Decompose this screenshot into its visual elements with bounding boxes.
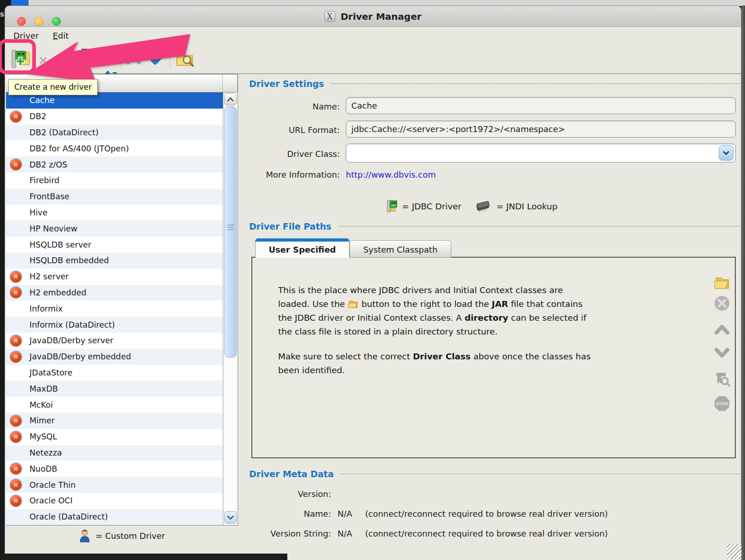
folder-search-icon (175, 49, 195, 69)
section-title: Driver File Paths (249, 221, 332, 231)
jndi-lookup-icon (474, 200, 492, 212)
meta-name-value: N/A (338, 509, 352, 519)
list-item[interactable]: Hive (6, 205, 223, 221)
url-format-field[interactable]: jdbc:Cache://<server>:<port1972>/<namesp… (346, 121, 736, 138)
list-item[interactable]: MaxDB (6, 381, 223, 397)
list-item[interactable]: ✕MySQL (6, 429, 223, 445)
version-string-value: N/A (338, 529, 352, 538)
list-item[interactable]: ✕Oracle OCI (6, 493, 223, 509)
move-up-button[interactable] (125, 52, 142, 67)
scrollbar-grip (227, 225, 234, 231)
more-information-label: More Information: (249, 170, 340, 179)
driver-name: NuoDB (29, 464, 57, 473)
driver-name: DB2 (DataDirect) (29, 128, 99, 137)
list-item[interactable]: Firebird (6, 173, 223, 189)
tab-system-classpath[interactable]: System Classpath (349, 240, 451, 258)
move-path-down-button[interactable] (714, 345, 730, 361)
custom-driver-legend: = Custom Driver (6, 526, 238, 545)
move-path-up-button[interactable] (714, 321, 730, 338)
scrollbar-thumb[interactable] (224, 106, 237, 358)
list-item[interactable]: FrontBase (6, 189, 223, 205)
list-item[interactable]: Oracle (DataDirect) (6, 509, 223, 525)
tab-user-specified[interactable]: User Specified (255, 238, 349, 258)
svg-text:STOP: STOP (716, 402, 728, 406)
driver-name: DB2 (29, 112, 47, 121)
list-item[interactable]: ✕DB2 (6, 109, 223, 125)
driver-name: H2 embedded (29, 288, 87, 297)
background-bottom-strip (0, 554, 287, 560)
remove-driver-button[interactable]: ✕ (35, 53, 51, 69)
remove-path-button[interactable] (714, 295, 730, 312)
error-icon: ✕ (10, 271, 25, 283)
list-item[interactable]: ✕JavaDB/Derby server (6, 333, 223, 349)
driver-meta-section-header: Driver Meta Data (249, 469, 740, 479)
driver-name: DB2 z/OS (29, 160, 67, 169)
list-item[interactable]: HSQLDB embedded (6, 253, 223, 269)
window-resize-grip[interactable] (727, 544, 742, 559)
error-icon: ✕ (10, 462, 25, 475)
error-icon: ✕ (10, 158, 25, 171)
version-string-label: Version String: (240, 529, 331, 538)
list-item[interactable]: DB2 (DataDirect) (6, 125, 223, 141)
error-icon: ✕ (10, 431, 25, 443)
toolbar: ✕ Z Z A (5, 44, 741, 74)
instructions-text: This is the place where JDBC drivers and… (278, 283, 683, 388)
window-title: Driver Manager (341, 11, 422, 22)
menu-edit[interactable]: Edit (52, 31, 69, 40)
error-icon: ✕ (10, 286, 25, 299)
find-driver-files-button[interactable] (175, 48, 196, 69)
driver-name: HSQLDB embedded (29, 256, 109, 265)
driver-class-combobox[interactable] (346, 144, 736, 162)
list-item[interactable]: McKoi (6, 397, 223, 413)
driver-name: H2 server (29, 272, 69, 281)
driver-class-label: Driver Class: (249, 149, 340, 159)
annotation-highlight-box (0, 39, 36, 74)
open-folder-icon (714, 275, 730, 290)
driver-name: FrontBase (29, 192, 70, 201)
list-item[interactable]: ✕H2 embedded (6, 285, 223, 301)
meta-name-note: (connect/reconnect required to browse re… (365, 509, 608, 519)
list-item[interactable]: Informix (DataDirect) (6, 317, 223, 333)
error-icon: ✕ (10, 335, 25, 347)
meta-name-label: Name: (240, 509, 331, 519)
list-item[interactable]: ✕NuoDB (6, 461, 223, 477)
column-header-corner (223, 75, 238, 92)
driver-class-dropdown-button[interactable] (719, 145, 733, 161)
driver-name: HP Neoview (29, 224, 77, 233)
list-item[interactable]: Netezza (6, 445, 223, 461)
x11-app-icon: X (325, 11, 335, 22)
list-item[interactable]: ✕H2 server (6, 269, 223, 285)
list-item[interactable]: ✕Mimer (6, 413, 223, 429)
dbvis-link[interactable]: http://www.dbvis.com (346, 170, 436, 179)
error-icon: ✕ (10, 415, 25, 427)
list-item[interactable]: ✕Oracle Thin (6, 477, 223, 493)
tooltip: Create a new driver (8, 79, 98, 95)
scroll-down-button[interactable] (224, 511, 237, 524)
list-item[interactable]: DB2 for AS/400 (JTOpen) (6, 140, 223, 156)
stop-button[interactable]: STOP (714, 395, 730, 412)
open-folder-button[interactable] (714, 274, 730, 291)
find-class-button[interactable] (714, 371, 730, 387)
list-item[interactable]: HSQLDB server (6, 237, 223, 253)
driver-name: JavaDB/Derby server (29, 336, 113, 345)
error-icon: ✕ (10, 351, 25, 363)
list-item[interactable]: HP Neoview (6, 220, 223, 237)
chevron-down-icon (714, 347, 730, 358)
error-icon: ✕ (10, 495, 25, 507)
user-specified-panel: This is the place where JDBC drivers and… (251, 257, 736, 458)
driver-name: Oracle Thin (29, 480, 76, 490)
driver-name: DB2 for AS/400 (JTOpen) (29, 144, 129, 153)
list-item[interactable]: Informix (6, 300, 223, 317)
list-item[interactable]: JDataStore (6, 365, 223, 381)
driver-manager-window: X Driver Manager Driver Edit (5, 6, 741, 560)
scroll-up-button[interactable] (224, 93, 237, 105)
file-path-actions: STOP (713, 274, 731, 416)
move-down-button[interactable] (146, 52, 164, 67)
name-field[interactable]: Cache (346, 97, 736, 114)
section-title: Driver Meta Data (249, 469, 334, 479)
list-item[interactable]: ✕DB2 z/OS (6, 156, 223, 173)
list-item[interactable]: ✕JavaDB/Derby embedded (6, 349, 223, 365)
driver-name: Cache (29, 96, 54, 105)
sort-descending-button[interactable]: Z (76, 47, 94, 69)
list-scrollbar[interactable] (223, 92, 238, 525)
